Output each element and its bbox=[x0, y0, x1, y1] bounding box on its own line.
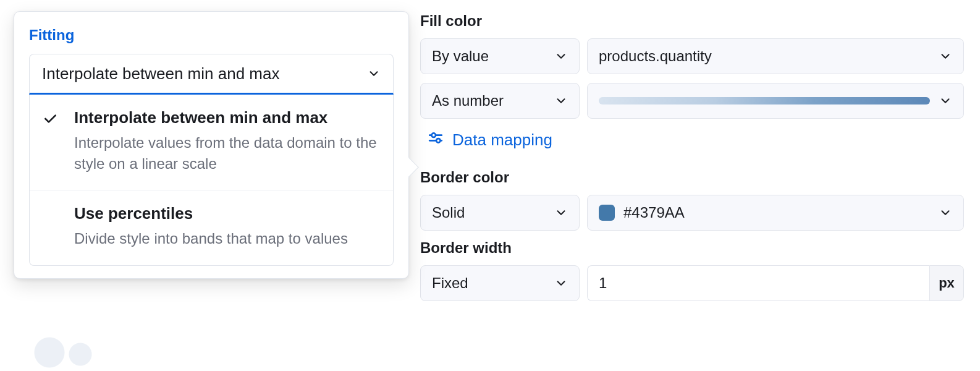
fitting-select-value: Interpolate between min and max bbox=[42, 64, 279, 83]
border-color-value-select[interactable]: #4379AA bbox=[587, 195, 964, 231]
check-icon bbox=[42, 118, 58, 129]
sliders-icon bbox=[428, 130, 444, 150]
border-width-mode-value: Fixed bbox=[432, 275, 468, 292]
fill-color-scale-value: As number bbox=[432, 92, 504, 109]
chevron-down-icon bbox=[554, 206, 568, 220]
fitting-select[interactable]: Interpolate between min and max bbox=[29, 54, 394, 95]
chevron-down-icon bbox=[939, 206, 952, 220]
chevron-down-icon bbox=[939, 49, 952, 63]
option-desc: Interpolate values from the data domain … bbox=[74, 132, 381, 174]
fill-color-scale-select[interactable]: As number bbox=[420, 83, 580, 119]
border-width-row: Fixed px bbox=[420, 265, 964, 301]
fitting-popover: Fitting Interpolate between min and max … bbox=[14, 11, 409, 279]
fill-color-field-select[interactable]: products.quantity bbox=[587, 38, 964, 74]
fitting-options-list: Interpolate between min and max Interpol… bbox=[29, 95, 394, 266]
border-color-label: Border color bbox=[420, 169, 964, 186]
style-settings-panel: Fill color By value products.quantity As… bbox=[420, 12, 964, 310]
option-desc: Divide style into bands that map to valu… bbox=[74, 228, 381, 249]
border-color-hex: #4379AA bbox=[623, 204, 685, 221]
option-title: Use percentiles bbox=[74, 204, 381, 223]
fitting-option-interpolate[interactable]: Interpolate between min and max Interpol… bbox=[30, 95, 393, 190]
fill-color-label: Fill color bbox=[420, 12, 964, 30]
option-title: Interpolate between min and max bbox=[74, 108, 381, 127]
color-swatch bbox=[599, 205, 615, 221]
svg-point-1 bbox=[432, 133, 436, 137]
border-width-unit: px bbox=[929, 265, 964, 301]
chevron-down-icon bbox=[554, 94, 568, 108]
border-color-row: Solid #4379AA bbox=[420, 195, 964, 231]
fill-color-row-2: As number bbox=[420, 83, 964, 119]
fill-color-mode-value: By value bbox=[432, 48, 489, 65]
data-mapping-label: Data mapping bbox=[452, 130, 552, 150]
fill-color-mode-select[interactable]: By value bbox=[420, 38, 580, 74]
fill-color-ramp-select[interactable] bbox=[587, 83, 964, 119]
border-color-mode-select[interactable]: Solid bbox=[420, 195, 580, 231]
border-width-input[interactable] bbox=[587, 265, 929, 301]
chevron-down-icon bbox=[554, 276, 568, 290]
border-width-mode-select[interactable]: Fixed bbox=[420, 265, 580, 301]
data-mapping-link[interactable]: Data mapping bbox=[428, 130, 964, 150]
border-width-input-group: px bbox=[587, 265, 964, 301]
fitting-option-percentiles[interactable]: Use percentiles Divide style into bands … bbox=[30, 190, 393, 265]
fill-color-field-value: products.quantity bbox=[599, 48, 712, 65]
border-color-display: #4379AA bbox=[599, 204, 685, 221]
fitting-title: Fitting bbox=[14, 27, 408, 54]
chevron-down-icon bbox=[939, 94, 952, 108]
border-width-label: Border width bbox=[420, 239, 964, 257]
border-color-mode-value: Solid bbox=[432, 204, 465, 221]
chevron-down-icon bbox=[554, 49, 568, 63]
color-ramp-preview bbox=[599, 97, 930, 104]
background-map-fragment bbox=[0, 334, 124, 371]
svg-point-3 bbox=[436, 139, 441, 143]
chevron-down-icon bbox=[367, 67, 381, 80]
fill-color-row-1: By value products.quantity bbox=[420, 38, 964, 74]
